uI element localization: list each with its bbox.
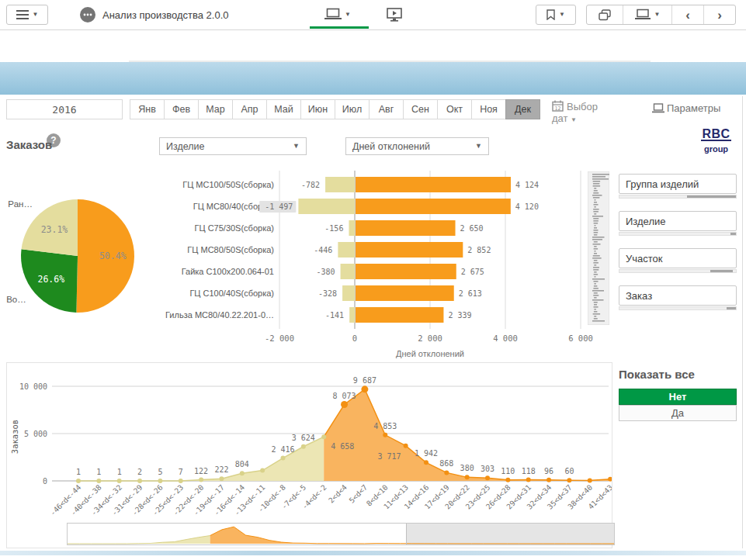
month-Июл[interactable]: Июл bbox=[335, 99, 370, 119]
app-logo-icon[interactable] bbox=[80, 7, 95, 22]
bar-positive bbox=[356, 177, 511, 192]
presentation-icon bbox=[387, 8, 402, 22]
range-slider-unselected-region bbox=[406, 524, 614, 544]
bar-negative bbox=[349, 220, 355, 236]
svg-text:8 073: 8 073 bbox=[332, 392, 356, 400]
area-data-point bbox=[505, 478, 510, 482]
filter-box-Заказ[interactable]: Заказ bbox=[619, 285, 737, 310]
chevron-right-icon: › bbox=[717, 9, 722, 22]
area-data-point bbox=[588, 479, 592, 483]
month-Дек[interactable]: Дек bbox=[505, 99, 540, 119]
selections-toolbar: Применены скрытые выборки Выборки bbox=[0, 30, 746, 60]
measure-select[interactable]: Дней отклонений ▼ bbox=[345, 137, 489, 155]
bookmarks-button[interactable]: ▼ bbox=[536, 5, 576, 25]
orders-pie-chart[interactable]: 50.4%26.6%Во…23.1%Ран… bbox=[6, 163, 154, 327]
bar-positive bbox=[356, 285, 454, 301]
area-data-point bbox=[465, 475, 470, 479]
month-Май[interactable]: Май bbox=[266, 99, 301, 119]
svg-text:10 000: 10 000 bbox=[19, 382, 47, 391]
svg-text:-141: -141 bbox=[325, 311, 344, 320]
bar-chart-scroll-minimap[interactable] bbox=[588, 171, 609, 325]
next-sheet-button[interactable]: › bbox=[703, 5, 735, 24]
svg-text:0: 0 bbox=[43, 477, 47, 486]
area-data-point bbox=[260, 468, 265, 473]
sheet-view-button[interactable]: ▼ bbox=[324, 8, 351, 21]
bar-negative bbox=[342, 285, 355, 301]
month-Авг[interactable]: Авг bbox=[369, 99, 404, 119]
bar-positive bbox=[356, 264, 456, 279]
month-Июн[interactable]: Июн bbox=[300, 99, 335, 119]
area-data-point bbox=[404, 444, 408, 448]
svg-text:110: 110 bbox=[501, 467, 515, 475]
area-data-point bbox=[301, 444, 306, 449]
month-Апр[interactable]: Апр bbox=[232, 99, 267, 119]
rbc-group-logo: RBC group bbox=[694, 125, 738, 156]
svg-text:4 658: 4 658 bbox=[331, 442, 354, 451]
svg-text:4 853: 4 853 bbox=[373, 422, 397, 430]
area-data-point bbox=[546, 478, 551, 482]
area-data-point bbox=[444, 470, 449, 475]
svg-text:4 120: 4 120 bbox=[515, 202, 539, 211]
filter-box-scrollbar[interactable] bbox=[619, 306, 737, 310]
svg-text:118: 118 bbox=[522, 467, 536, 475]
month-Янв[interactable]: Янв bbox=[130, 99, 165, 119]
prev-sheet-button[interactable]: ‹ bbox=[671, 5, 703, 24]
month-Окт[interactable]: Окт bbox=[437, 99, 472, 119]
parameters-label: Параметры bbox=[667, 102, 720, 114]
chevron-down-icon: ▼ bbox=[559, 12, 565, 18]
parameters-button[interactable]: Параметры bbox=[652, 102, 720, 114]
bar-x-axis-title: Дней отклонений bbox=[396, 349, 464, 358]
area-y-axis-title: Заказов bbox=[10, 420, 19, 454]
date-picker-button[interactable]: 12 Выбор дат ▼ bbox=[552, 100, 600, 124]
page-scrollbar[interactable] bbox=[742, 96, 743, 548]
svg-text:804: 804 bbox=[235, 460, 249, 468]
dimension-select[interactable]: Изделие ▼ bbox=[159, 137, 307, 155]
month-Мар[interactable]: Мар bbox=[198, 99, 233, 119]
filter-box-Изделие[interactable]: Изделие bbox=[619, 211, 737, 236]
area-data-point bbox=[361, 385, 368, 392]
filter-box-scrollbar[interactable] bbox=[619, 269, 737, 273]
chevron-down-icon: ▼ bbox=[33, 12, 39, 18]
filter-box-scrollbar[interactable] bbox=[619, 195, 737, 199]
show-all-option-Да[interactable]: Да bbox=[619, 405, 737, 421]
filter-box-scrollbar[interactable] bbox=[619, 232, 737, 236]
svg-text:1: 1 bbox=[117, 468, 122, 476]
month-Сен[interactable]: Сен bbox=[403, 99, 438, 119]
svg-text:-156: -156 bbox=[324, 224, 343, 233]
parameters-icon bbox=[652, 103, 664, 113]
bar-category-label: Гайка С100х200.064-01 bbox=[182, 267, 274, 276]
laptop-icon bbox=[324, 8, 342, 21]
area-data-point bbox=[321, 434, 326, 439]
chevron-down-icon: ▼ bbox=[345, 12, 351, 18]
svg-text:2 675: 2 675 bbox=[461, 268, 484, 276]
filter-box-Группа изделий[interactable]: Группа изделий bbox=[619, 174, 737, 199]
year-filter[interactable]: 2016 bbox=[6, 99, 123, 119]
duplicate-sheet-button[interactable] bbox=[587, 5, 623, 24]
presentation-mode-button[interactable] bbox=[387, 8, 402, 22]
show-all-option-Нет[interactable]: Нет bbox=[619, 389, 737, 405]
chevron-left-icon: ‹ bbox=[685, 9, 690, 22]
area-x-tick-label: 2<d<4 bbox=[327, 482, 349, 504]
bar-category-label: ГЦ С75/30S(сборка) bbox=[195, 223, 275, 233]
range-slider[interactable] bbox=[67, 523, 615, 545]
svg-text:5: 5 bbox=[158, 468, 162, 476]
global-menu-button[interactable]: ▼ bbox=[6, 5, 48, 25]
bar-positive bbox=[356, 220, 456, 236]
area-data-point bbox=[424, 460, 429, 465]
distribution-panel: 05 00010 000Заказов1-46<d<-441-40<d<-381… bbox=[6, 362, 612, 548]
area-data-point bbox=[567, 478, 571, 482]
app-title: Анализ производства 2.0.0 bbox=[102, 9, 228, 21]
sheet-selector-button[interactable]: ▼ bbox=[623, 5, 671, 24]
orders-area-chart[interactable]: 05 00010 000Заказов1-46<d<-441-40<d<-381… bbox=[7, 363, 612, 548]
filter-box-label: Заказ bbox=[619, 285, 737, 306]
area-data-point bbox=[341, 401, 348, 408]
deviation-bar-chart[interactable]: -2 00002 0004 0006 000ГЦ МС100/50S(сборк… bbox=[154, 168, 613, 361]
area-data-point bbox=[219, 476, 224, 481]
month-Ноя[interactable]: Ноя bbox=[471, 99, 506, 119]
svg-text:2: 2 bbox=[137, 468, 142, 476]
chevron-down-icon: ▼ bbox=[571, 116, 577, 123]
area-data-point bbox=[281, 456, 286, 461]
month-Фев[interactable]: Фев bbox=[164, 99, 199, 119]
filter-box-Участок[interactable]: Участок bbox=[619, 248, 737, 273]
area-data-point bbox=[199, 478, 203, 482]
